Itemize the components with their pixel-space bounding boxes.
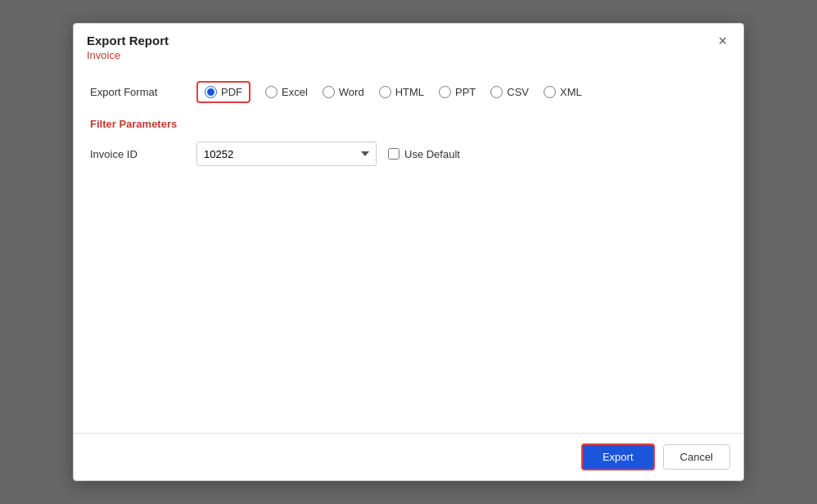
csv-radio[interactable] bbox=[490, 86, 503, 98]
word-radio-label[interactable]: Word bbox=[323, 86, 364, 98]
pdf-option-highlight: PDF bbox=[196, 81, 251, 103]
dialog-footer: Export Cancel bbox=[74, 433, 743, 480]
use-default-text: Use Default bbox=[404, 148, 460, 160]
invoice-id-select-wrapper: 10252 bbox=[196, 142, 377, 166]
html-radio-label[interactable]: HTML bbox=[379, 86, 424, 98]
invoice-id-label: Invoice ID bbox=[90, 148, 196, 160]
html-radio[interactable] bbox=[379, 86, 391, 98]
excel-radio-label[interactable]: Excel bbox=[265, 86, 308, 98]
ppt-radio[interactable] bbox=[439, 86, 451, 98]
word-label: Word bbox=[339, 86, 364, 98]
ppt-label: PPT bbox=[455, 86, 476, 98]
pdf-radio-label[interactable]: PDF bbox=[205, 86, 242, 98]
xml-radio-label[interactable]: XML bbox=[544, 86, 582, 98]
invoice-id-row: Invoice ID 10252 Use Default bbox=[90, 142, 727, 166]
invoice-id-select[interactable]: 10252 bbox=[196, 142, 377, 166]
close-button[interactable]: × bbox=[715, 34, 730, 48]
cancel-button[interactable]: Cancel bbox=[663, 444, 730, 470]
ppt-radio-label[interactable]: PPT bbox=[439, 86, 476, 98]
pdf-radio[interactable] bbox=[205, 86, 217, 98]
csv-radio-label[interactable]: CSV bbox=[490, 86, 529, 98]
csv-label: CSV bbox=[507, 86, 529, 98]
xml-label: XML bbox=[560, 86, 582, 98]
excel-radio[interactable] bbox=[265, 86, 278, 98]
dialog-body: Export Format PDF Excel Word bbox=[74, 68, 743, 433]
dialog-title: Export Report bbox=[87, 34, 169, 47]
html-label: HTML bbox=[395, 86, 424, 98]
dialog-header: Export Report Invoice × bbox=[74, 24, 743, 68]
use-default-checkbox[interactable] bbox=[388, 148, 399, 160]
export-report-dialog: Export Report Invoice × Export Format PD… bbox=[73, 23, 744, 481]
export-format-row: Export Format PDF Excel Word bbox=[90, 81, 727, 103]
format-radio-group: PDF Excel Word HTML PPT bbox=[196, 81, 582, 103]
xml-radio[interactable] bbox=[544, 86, 556, 98]
export-format-label: Export Format bbox=[90, 86, 196, 98]
export-button[interactable]: Export bbox=[581, 443, 655, 470]
filter-section-label: Filter Parameters bbox=[90, 118, 727, 130]
word-radio[interactable] bbox=[323, 86, 335, 98]
dialog-title-block: Export Report Invoice bbox=[87, 34, 169, 61]
dialog-subtitle: Invoice bbox=[87, 49, 169, 61]
use-default-label[interactable]: Use Default bbox=[388, 148, 460, 160]
excel-label: Excel bbox=[282, 86, 308, 98]
pdf-label: PDF bbox=[221, 86, 242, 98]
